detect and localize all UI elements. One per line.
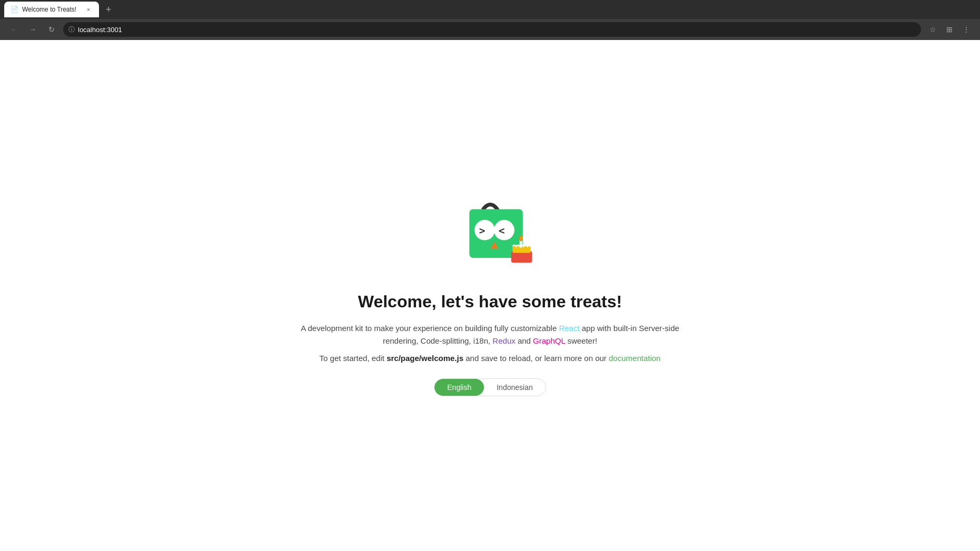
tab-bar: 📄 Welcome to Treats! × + xyxy=(0,0,980,19)
graphql-link[interactable]: GraphQL xyxy=(533,336,565,345)
react-link[interactable]: React xyxy=(559,324,579,333)
edit-file: src/page/welcome.js xyxy=(387,354,463,363)
bookmark-button[interactable]: ☆ xyxy=(925,22,940,37)
svg-text:>: > xyxy=(479,225,485,237)
welcome-title: Welcome, let's have some treats! xyxy=(290,292,690,312)
welcome-description: A development kit to make your experienc… xyxy=(290,322,690,347)
security-icon: ⓘ xyxy=(68,25,75,34)
edit-prefix: To get started, edit xyxy=(320,354,387,363)
indonesian-button[interactable]: Indonesian xyxy=(484,379,546,396)
documentation-link[interactable]: documentation xyxy=(609,354,660,363)
welcome-edit: To get started, edit src/page/welcome.js… xyxy=(290,354,690,363)
browser-chrome: 📄 Welcome to Treats! × + ← → ↻ ⓘ ☆ ⊞ ⋮ xyxy=(0,0,980,40)
desc-suffix: sweeter! xyxy=(565,336,597,345)
menu-button[interactable]: ⋮ xyxy=(959,22,974,37)
tab-close-button[interactable]: × xyxy=(84,5,93,14)
svg-point-10 xyxy=(520,236,522,239)
reload-button[interactable]: ↻ xyxy=(44,22,59,37)
redux-link[interactable]: Redux xyxy=(492,336,515,345)
language-switcher: English Indonesian xyxy=(434,378,546,396)
page-content: > < Welcome, let's have some treats! xyxy=(0,40,980,551)
tab-title: Welcome to Treats! xyxy=(22,6,80,13)
desc-prefix: A development kit to make your experienc… xyxy=(301,324,559,333)
active-tab[interactable]: 📄 Welcome to Treats! × xyxy=(4,2,99,17)
logo-wrapper: > < xyxy=(290,195,690,276)
english-button[interactable]: English xyxy=(434,379,484,396)
forward-button[interactable]: → xyxy=(25,22,40,37)
browser-toolbar: ← → ↻ ⓘ ☆ ⊞ ⋮ xyxy=(0,19,980,40)
welcome-container: > < Welcome, let's have some treats! xyxy=(280,185,701,407)
new-tab-button[interactable]: + xyxy=(101,2,116,17)
edit-middle: and save to reload, or learn more on our xyxy=(463,354,609,363)
toolbar-actions: ☆ ⊞ ⋮ xyxy=(925,22,974,37)
svg-text:<: < xyxy=(498,225,504,237)
desc-and: and xyxy=(516,336,533,345)
back-button[interactable]: ← xyxy=(6,22,21,37)
address-bar[interactable] xyxy=(78,26,916,34)
extensions-button[interactable]: ⊞ xyxy=(942,22,957,37)
address-bar-container[interactable]: ⓘ xyxy=(63,22,921,37)
mascot-logo: > < xyxy=(443,195,538,274)
tab-page-icon: 📄 xyxy=(11,6,18,13)
